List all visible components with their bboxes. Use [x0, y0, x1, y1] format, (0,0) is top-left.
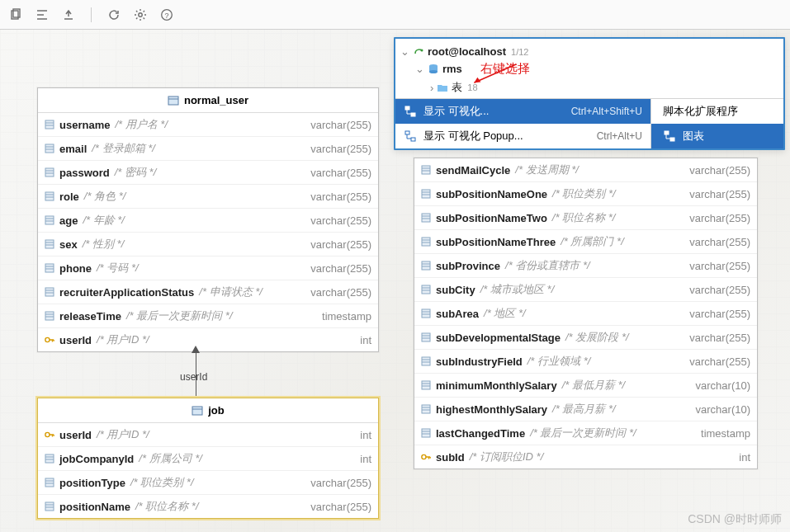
column-row[interactable]: lastChangedTime /* 最后一次更新时间 */ timestamp [414, 421, 757, 445]
tree-tables[interactable]: › 表 18 [400, 78, 778, 97]
column-comment: /* 职位名称 */ [552, 210, 616, 225]
column-name: subArea [436, 308, 479, 320]
column-row[interactable]: subId /* 订阅职位ID */ int [414, 445, 757, 468]
column-icon [45, 120, 54, 129]
column-icon [45, 191, 54, 201]
menu-label: 显示 可视化... [423, 104, 489, 119]
column-icon [421, 213, 431, 223]
menu-item-visualize[interactable]: 显示 可视化... Ctrl+Alt+Shift+U [395, 99, 650, 124]
svg-rect-74 [422, 381, 430, 389]
menu-item-chart[interactable]: 图表 [651, 124, 783, 148]
tree-root[interactable]: ⌄ root@localhost 1/12 [400, 44, 778, 59]
svg-point-83 [422, 454, 426, 459]
chevron-down-icon[interactable]: ⌄ [415, 63, 424, 75]
column-row[interactable]: subCity /* 城市或地区 */ varchar(255) [414, 278, 757, 302]
column-row[interactable]: minimumMonthlySalary /* 最低月薪 */ varchar(… [414, 374, 757, 398]
svg-rect-22 [45, 240, 54, 248]
svg-rect-31 [45, 312, 54, 320]
column-row[interactable]: role /* 角色 */ varchar(255) [38, 185, 378, 209]
column-type: varchar(255) [302, 214, 371, 227]
watermark: CSDN @时时师师 [688, 512, 782, 527]
column-row[interactable]: userId /* 用户ID */ int [38, 423, 378, 447]
tree-db[interactable]: ⌄ rms 右键选择 [400, 59, 778, 78]
column-comment: /* 用户名 */ [115, 117, 168, 132]
column-row[interactable]: subPositionNameThree /* 所属部门 */ varchar(… [414, 230, 757, 254]
menu-shortcut: Ctrl+Alt+U [597, 130, 642, 142]
column-icon [421, 165, 431, 175]
column-row[interactable]: highestMonthlySalary /* 最高月薪 */ varchar(… [414, 398, 757, 421]
column-comment: /* 密码 */ [115, 165, 157, 180]
help-icon[interactable]: ? [159, 7, 174, 22]
column-row[interactable]: recruiterApplicationStatus /* 申请状态 */ va… [38, 280, 378, 304]
relation-label: userId [180, 371, 207, 383]
column-row[interactable]: phone /* 号码 */ varchar(255) [38, 257, 378, 280]
column-row[interactable]: subIndustryField /* 行业领域 */ varchar(255) [414, 350, 757, 374]
column-comment: /* 订阅职位ID */ [470, 450, 544, 464]
column-type: varchar(255) [681, 355, 750, 368]
column-icon [45, 239, 54, 249]
column-row[interactable]: userId /* 用户ID */ int [38, 328, 378, 351]
svg-rect-65 [422, 309, 430, 318]
svg-rect-80 [422, 429, 430, 437]
column-type: varchar(255) [302, 286, 371, 299]
refresh-icon[interactable] [106, 7, 121, 22]
menu-item-visualize-popup[interactable]: 显示 可视化 Popup... Ctrl+Alt+U [395, 124, 650, 148]
column-row[interactable]: email /* 登录邮箱 */ varchar(255) [38, 137, 378, 161]
svg-point-87 [429, 70, 438, 73]
column-icon [45, 167, 54, 177]
entity-title: normal_user [184, 94, 248, 106]
column-row[interactable]: subPositionNameTwo /* 职位名称 */ varchar(25… [414, 206, 757, 230]
entity-job[interactable]: job userId /* 用户ID */ int jobCompanyId /… [37, 398, 379, 519]
column-name: subPositionNameThree [436, 236, 556, 248]
menu-shortcut: Ctrl+Alt+Shift+U [571, 106, 642, 117]
column-icon [45, 263, 54, 273]
menu-item-scripted-ext[interactable]: 脚本化扩展程序 [651, 99, 783, 124]
entity-header: job [38, 398, 378, 423]
column-row[interactable]: positionName /* 职位名称 */ varchar(255) [38, 495, 378, 518]
column-comment: /* 最高月薪 */ [552, 402, 616, 417]
column-name: userId [59, 334, 92, 346]
entity-normal-user[interactable]: normal_user username /* 用户名 */ varchar(2… [37, 87, 379, 352]
column-name: positionName [59, 501, 130, 513]
column-icon [421, 237, 431, 247]
svg-rect-25 [45, 264, 54, 272]
column-type: varchar(255) [302, 167, 371, 179]
column-row[interactable]: jobCompanyId /* 所属公司 */ int [38, 447, 378, 471]
column-row[interactable]: sex /* 性别 */ varchar(255) [38, 233, 378, 257]
column-row[interactable]: age /* 年龄 */ varchar(255) [38, 209, 378, 233]
column-icon [421, 332, 431, 342]
database-tree[interactable]: ⌄ root@localhost 1/12 ⌄ rms 右键选择 › 表 18 [395, 39, 783, 98]
column-type: varchar(255) [681, 332, 750, 344]
entity-sub[interactable]: sendMailCycle /* 发送周期 */ varchar(255) su… [414, 158, 758, 469]
settings-icon[interactable] [133, 7, 148, 22]
layout-icon[interactable] [35, 7, 50, 22]
column-comment: /* 所属部门 */ [561, 234, 624, 249]
menu-label: 图表 [683, 129, 704, 144]
svg-rect-10 [45, 144, 54, 153]
chevron-down-icon[interactable]: ⌄ [400, 45, 409, 58]
column-row[interactable]: sendMailCycle /* 发送周期 */ varchar(255) [414, 158, 757, 182]
column-row[interactable]: subProvince /* 省份或直辖市 */ varchar(255) [414, 254, 757, 278]
column-icon [45, 454, 54, 464]
column-name: jobCompanyId [59, 453, 134, 465]
export-icon[interactable] [61, 7, 76, 22]
column-row[interactable]: subDevelopmentalStage /* 发展阶段 */ varchar… [414, 326, 757, 350]
chevron-right-icon[interactable]: › [430, 82, 433, 94]
column-row[interactable]: positionType /* 职位类别 */ varchar(255) [38, 471, 378, 495]
column-name: subDevelopmentalStage [436, 332, 561, 344]
copy-icon[interactable] [8, 7, 23, 22]
svg-rect-28 [45, 288, 54, 296]
column-row[interactable]: username /* 用户名 */ varchar(255) [38, 113, 378, 137]
column-row[interactable]: subArea /* 地区 */ varchar(255) [414, 302, 757, 326]
column-name: subProvince [436, 260, 500, 272]
column-type: varchar(255) [302, 143, 371, 155]
column-row[interactable]: password /* 密码 */ varchar(255) [38, 161, 378, 185]
context-menu-right: 脚本化扩展程序 图表 [651, 99, 783, 148]
column-row[interactable]: releaseTime /* 最后一次更新时间 */ timestamp [38, 304, 378, 328]
column-name: subPositionNameOne [436, 188, 547, 200]
column-comment: /* 年龄 */ [83, 213, 125, 228]
svg-point-34 [45, 337, 50, 341]
column-row[interactable]: subPositionNameOne /* 职位类别 */ varchar(25… [414, 182, 757, 206]
column-icon [421, 285, 431, 294]
column-type: varchar(255) [681, 236, 750, 248]
